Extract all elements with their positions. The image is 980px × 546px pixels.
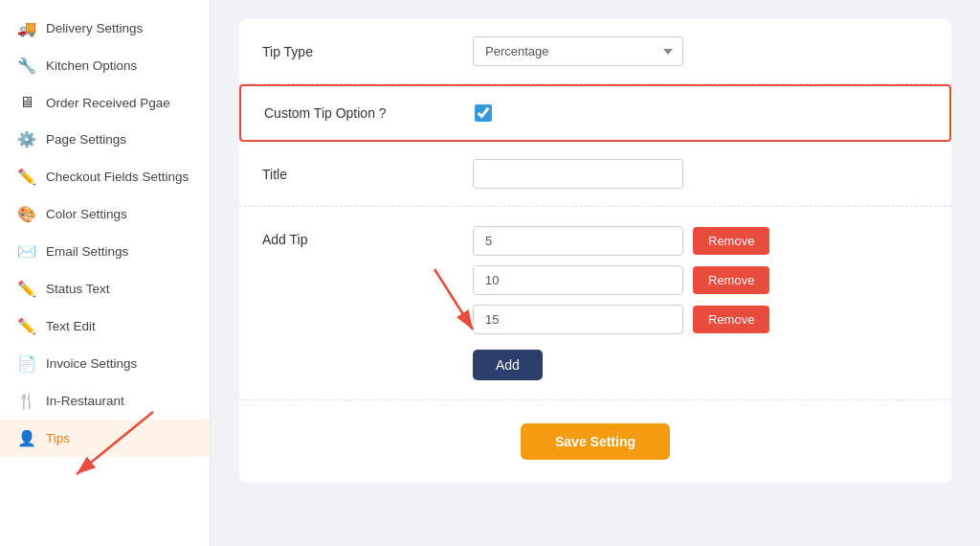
sidebar-item-text-edit[interactable]: ✏️ Text Edit [0,307,210,345]
sidebar-item-label: Order Received Pgae [46,96,170,110]
sidebar-item-label: Text Edit [46,319,96,333]
main-content: Tip Type Percentage Fixed Custom Tip Opt… [211,0,980,546]
document-icon: 📄 [17,354,36,373]
truck-icon: 🚚 [17,19,36,37]
tip-input-row-1: Remove [473,226,769,256]
sidebar-item-label: Page Settings [46,132,126,147]
remove-button-3[interactable]: Remove [693,306,769,333]
sidebar-item-label: Invoice Settings [46,356,137,371]
remove-button-2[interactable]: Remove [693,266,769,294]
sidebar-item-label: Kitchen Options [46,58,137,73]
envelope-icon: ✉️ [17,242,36,261]
sidebar: 🚚 Delivery Settings 🔧 Kitchen Options 🖥 … [0,0,211,546]
edit-icon: ✏️ [17,168,36,186]
add-tip-row: Add Tip Remove [239,207,951,400]
custom-tip-checkbox-wrapper [475,104,492,122]
remove-button-1[interactable]: Remove [693,227,769,255]
sidebar-item-color-settings[interactable]: 🎨 Color Settings [0,195,210,233]
sidebar-item-email-settings[interactable]: ✉️ Email Settings [0,233,210,270]
custom-tip-checkbox[interactable] [475,104,492,122]
tip-input-1[interactable] [473,226,683,256]
settings-card: Tip Type Percentage Fixed Custom Tip Opt… [239,19,951,483]
sidebar-item-label: Status Text [46,282,110,296]
sidebar-item-delivery-settings[interactable]: 🚚 Delivery Settings [0,10,210,47]
wrench-icon: 🔧 [17,57,36,75]
sidebar-item-kitchen-options[interactable]: 🔧 Kitchen Options [0,47,210,84]
custom-tip-label: Custom Tip Option ? [264,105,475,121]
sidebar-item-label: Tips [46,431,70,445]
tip-type-control: Percentage Fixed [473,36,928,66]
add-button[interactable]: Add [473,350,543,380]
tip-type-row: Tip Type Percentage Fixed [239,19,951,84]
tip-input-row-3: Remove [473,305,769,334]
monitor-icon: 🖥 [17,94,36,111]
fork-icon: 🍴 [17,392,36,410]
tip-input-row-2: Remove [473,265,769,295]
title-label: Title [262,167,473,182]
pencil-icon: ✏️ [17,280,36,298]
sidebar-item-label: Email Settings [46,244,128,259]
sidebar-item-checkout-fields[interactable]: ✏️ Checkout Fields Settings [0,158,210,195]
tip-type-select[interactable]: Percentage Fixed [473,36,683,66]
save-row: Save Setting [239,400,951,483]
tip-type-label: Tip Type [262,44,473,59]
gear-icon: ⚙️ [17,130,36,148]
title-control [473,159,928,189]
tip-input-2[interactable] [473,265,683,295]
save-button[interactable]: Save Setting [521,423,670,460]
sidebar-item-tips[interactable]: 👤 Tips [0,420,210,457]
svg-line-3 [434,269,473,330]
sidebar-item-label: Delivery Settings [46,21,143,35]
sidebar-item-label: In-Restaurant [46,394,124,408]
palette-icon: 🎨 [17,205,36,223]
sidebar-item-label: Checkout Fields Settings [46,170,189,184]
tip-input-3[interactable] [473,305,683,334]
sidebar-item-status-text[interactable]: ✏️ Status Text [0,270,210,307]
custom-tip-control [475,104,926,122]
sidebar-item-page-settings[interactable]: ⚙️ Page Settings [0,121,210,158]
sidebar-item-invoice-settings[interactable]: 📄 Invoice Settings [0,345,210,382]
custom-tip-row: Custom Tip Option ? [239,84,951,142]
title-input[interactable] [473,159,683,189]
sidebar-item-order-received[interactable]: 🖥 Order Received Pgae [0,84,210,121]
add-tip-label: Add Tip [262,226,473,247]
title-row: Title [239,142,951,207]
tips-icon: 👤 [17,429,36,447]
text-edit-icon: ✏️ [17,317,36,335]
add-tip-control: Remove Remove Remove Add [473,226,928,380]
sidebar-item-in-restaurant[interactable]: 🍴 In-Restaurant [0,382,210,420]
tip-inputs-wrapper: Remove Remove Remove Add [473,226,769,380]
sidebar-item-label: Color Settings [46,207,127,221]
